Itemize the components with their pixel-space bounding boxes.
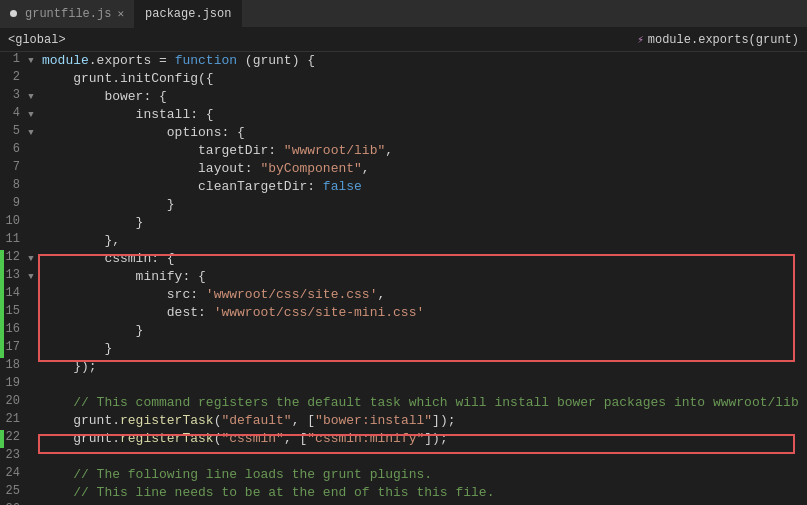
- plain-token: cleanTargetDir:: [42, 179, 323, 194]
- code-line: minify: {: [38, 268, 807, 286]
- code-line: cssmin: {: [38, 250, 807, 268]
- table-row: 18 });: [0, 358, 807, 376]
- fold-indicator[interactable]: ▼: [24, 268, 38, 286]
- fold-indicator: [24, 160, 38, 178]
- code-line: [38, 376, 807, 394]
- breadcrumb-function: module.exports(grunt): [648, 33, 799, 47]
- table-row: 17 }: [0, 340, 807, 358]
- fold-indicator[interactable]: ▼: [24, 106, 38, 124]
- plain-token: ]);: [432, 413, 455, 428]
- plain-token: grunt.: [42, 431, 120, 446]
- plain-token: grunt.initConfig({: [42, 71, 214, 86]
- tab-label-gruntfile: gruntfile.js: [25, 7, 111, 21]
- line-number: 6: [4, 142, 24, 160]
- code-line: }: [38, 340, 807, 358]
- line-number: 11: [4, 232, 24, 250]
- code-line: install: {: [38, 106, 807, 124]
- plain-token: }: [42, 197, 175, 212]
- table-row: 22 grunt.registerTask("cssmin", ["cssmin…: [0, 430, 807, 448]
- table-row: 12▼ cssmin: {: [0, 250, 807, 268]
- plain-token: }: [42, 341, 112, 356]
- code-wrapper: 1▼module.exports = function (grunt) {2 g…: [0, 52, 807, 505]
- code-line: // This line needs to be at the end of t…: [38, 484, 807, 502]
- code-line: options: {: [38, 124, 807, 142]
- table-row: 3▼ bower: {: [0, 88, 807, 106]
- str-token: "cssmin": [221, 431, 283, 446]
- tab-package[interactable]: package.json: [135, 0, 242, 28]
- fold-indicator: [24, 214, 38, 232]
- line-number: 14: [4, 286, 24, 304]
- editor-area: 1▼module.exports = function (grunt) {2 g…: [0, 52, 807, 505]
- table-row: 2 grunt.initConfig({: [0, 70, 807, 88]
- table-row: 4▼ install: {: [0, 106, 807, 124]
- fold-indicator[interactable]: ▼: [24, 250, 38, 268]
- plain-token: options: {: [42, 125, 245, 140]
- plain-token: layout:: [42, 161, 260, 176]
- fold-indicator: [24, 412, 38, 430]
- code-line: }: [38, 322, 807, 340]
- line-number: 12: [4, 250, 24, 268]
- line-number: 8: [4, 178, 24, 196]
- plain-token: install: {: [42, 107, 214, 122]
- tab-gruntfile[interactable]: gruntfile.js ✕: [0, 0, 135, 28]
- table-row: 21 grunt.registerTask("default", ["bower…: [0, 412, 807, 430]
- fold-indicator[interactable]: ▼: [24, 52, 38, 70]
- plain-token: });: [42, 359, 97, 374]
- close-gruntfile[interactable]: ✕: [117, 7, 124, 20]
- plain-token: , [: [284, 431, 307, 446]
- code-line: layout: "byComponent",: [38, 160, 807, 178]
- line-number: 5: [4, 124, 24, 142]
- plain-token: grunt.: [42, 413, 120, 428]
- str-token: "default": [221, 413, 291, 428]
- code-line: bower: {: [38, 88, 807, 106]
- func-name-token: registerTask: [120, 431, 214, 446]
- code-line: grunt.registerTask("default", ["bower:in…: [38, 412, 807, 430]
- lines-container: 1▼module.exports = function (grunt) {2 g…: [0, 52, 807, 505]
- str-token: 'wwwroot/css/site.css': [206, 287, 378, 302]
- fold-indicator[interactable]: ▼: [24, 124, 38, 142]
- table-row: 9 }: [0, 196, 807, 214]
- line-number: 24: [4, 466, 24, 484]
- breadcrumb-bar: <global> ⚡ module.exports(grunt): [0, 28, 807, 52]
- code-line: }: [38, 214, 807, 232]
- fold-indicator: [24, 466, 38, 484]
- tab-dot-gruntfile: [10, 10, 17, 17]
- table-row: 15 dest: 'wwwroot/css/site-mini.css': [0, 304, 807, 322]
- kw-token: false: [323, 179, 362, 194]
- fold-indicator: [24, 340, 38, 358]
- str-token: "cssmin:minify": [307, 431, 424, 446]
- table-row: 25 // This line needs to be at the end o…: [0, 484, 807, 502]
- table-row: 1▼module.exports = function (grunt) {: [0, 52, 807, 70]
- code-line: });: [38, 358, 807, 376]
- table-row: 14 src: 'wwwroot/css/site.css',: [0, 286, 807, 304]
- line-number: 23: [4, 448, 24, 466]
- kw-token: function: [175, 53, 237, 68]
- tab-label-package: package.json: [145, 7, 231, 21]
- fold-indicator[interactable]: ▼: [24, 88, 38, 106]
- code-line: grunt.initConfig({: [38, 70, 807, 88]
- plain-token: (grunt) {: [237, 53, 315, 68]
- plain-token: ,: [362, 161, 370, 176]
- fold-indicator: [24, 286, 38, 304]
- plain-token: },: [42, 233, 120, 248]
- code-line: [38, 448, 807, 466]
- str-token: "bower:install": [315, 413, 432, 428]
- fold-indicator: [24, 196, 38, 214]
- comment-token: // This command registers the default ta…: [42, 395, 799, 410]
- plain-token: bower: {: [42, 89, 167, 104]
- fold-indicator: [24, 142, 38, 160]
- code-line: },: [38, 232, 807, 250]
- table-row: 13▼ minify: {: [0, 268, 807, 286]
- table-row: 11 },: [0, 232, 807, 250]
- table-row: 5▼ options: {: [0, 124, 807, 142]
- comment-token: // This line needs to be at the end of t…: [42, 485, 494, 500]
- code-line: grunt.registerTask("cssmin", ["cssmin:mi…: [38, 430, 807, 448]
- table-row: 20 // This command registers the default…: [0, 394, 807, 412]
- punct-token: .exports =: [89, 53, 175, 68]
- line-number: 16: [4, 322, 24, 340]
- comment-token: // The following line loads the grunt pl…: [42, 467, 432, 482]
- code-line: dest: 'wwwroot/css/site-mini.css': [38, 304, 807, 322]
- line-number: 25: [4, 484, 24, 502]
- line-number: 3: [4, 88, 24, 106]
- code-line: targetDir: "wwwroot/lib",: [38, 142, 807, 160]
